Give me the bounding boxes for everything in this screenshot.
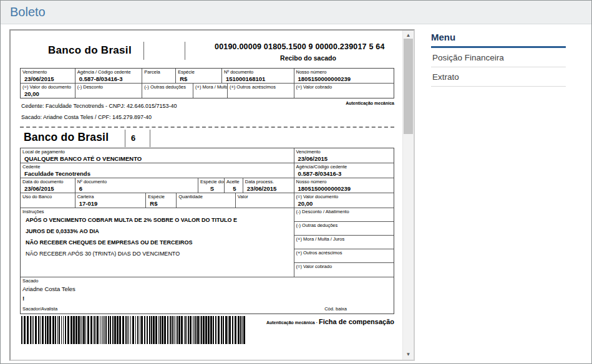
ficha-compensacao-label: Ficha de compensação (319, 318, 394, 325)
auth-label: Autenticação mecânica (266, 320, 315, 325)
menu-item-extrato[interactable]: Extrato (431, 67, 566, 87)
table-row: Uso do Banco Carteira 17-019 Espécie R$ … (21, 193, 394, 208)
sacado-line: Sacado: Ariadne Costa Teles / CPF: 145.2… (21, 114, 394, 120)
bank-code: 6 (131, 133, 135, 143)
sacado-extra: ! (22, 295, 394, 302)
field-aceite: Aceite 5 (225, 178, 243, 193)
field-valor-cobrado: (=) Valor cobrado (294, 263, 394, 277)
scrollbar-thumb[interactable] (404, 39, 413, 134)
field-especie: Espécie R$ (146, 193, 177, 208)
field-outros-acrescimos: (+) Outros acréscimos (228, 84, 294, 98)
table-row: Data do documento 23/06/2015 Nº document… (21, 178, 394, 193)
ficha-header: Banco do Brasil 6 (20, 128, 394, 148)
field-nosso-numero: Nosso número 1805150000000239 (294, 178, 394, 193)
divider (125, 130, 125, 147)
field-numero-documento: Nº documento 6 (75, 178, 198, 193)
instruction-line: JUROS DE 0,0333% AO DIA (26, 228, 294, 234)
scroll-down-button[interactable]: ▼ (403, 350, 414, 360)
field-cedente: Cedente Faculdade Tecnotrends (21, 163, 294, 178)
arrow-down-icon: ▼ (406, 352, 411, 357)
app-window: Boleto Banco do Brasil 00190.00009 01805… (0, 0, 592, 364)
table-row: Instruções APÓS O VENCIMENTO COBRAR MULT… (21, 208, 394, 277)
field-valor-documento: (=) Valor do documento 20,00 (21, 84, 75, 98)
field-especie-doc: Espécie doc. S (198, 178, 225, 193)
receipt-parties: Cedente: Faculdade Tecnotrends - CNPJ: 4… (20, 98, 394, 126)
field-vencimento: Vencimento 23/06/2015 (294, 148, 394, 163)
field-especie: Espécie R$ (176, 69, 222, 83)
field-sacado: Sacado Ariadne Costa Teles ! Sacador/Ava… (21, 277, 394, 314)
arrow-up-icon: ▲ (406, 32, 411, 38)
bank-name: Banco do Brasil (24, 131, 109, 144)
divider (185, 42, 185, 60)
field-vencimento: Vencimento 23/06/2015 (21, 69, 75, 83)
ficha-table: Local de pagamento QUALQUER BANCO ATÉ O … (20, 148, 394, 314)
field-carteira: Carteira 17-019 (75, 193, 147, 208)
cod-baixa-label: Cód. baixa (324, 306, 347, 312)
table-row: Local de pagamento QUALQUER BANCO ATÉ O … (21, 148, 394, 163)
field-outras-deducoes: (-) Outras deduções (294, 222, 394, 236)
menu-item-posicao-financeira[interactable]: Posição Financeira (431, 48, 566, 67)
field-uso-banco: Uso do Banco (21, 193, 75, 208)
cedente-line: Cedente: Faculdade Tecnotrends - CNPJ: 4… (21, 103, 394, 109)
field-desconto-abatimento: (-) Desconto / Abatimento (294, 208, 394, 222)
table-row: Cedente Faculdade Tecnotrends Agência/Có… (21, 163, 394, 178)
field-valor: Valor (236, 193, 294, 208)
menu-title: Menu (431, 32, 566, 48)
field-outros-acrescimos: (+) Outros acréscimos (294, 249, 394, 263)
ficha-footer-labels: Autenticação mecânica · Ficha de compens… (266, 318, 394, 325)
bank-name: Banco do Brasil (48, 44, 132, 57)
field-valor-cobrado: (=) Valor cobrado (294, 84, 394, 98)
field-outras-deducoes: (-) Outras deduções (142, 84, 193, 98)
field-mora-multa-juros: (+) Mora / Multa / Juros (193, 84, 228, 98)
table-row: Vencimento 23/06/2015 Agência / Código c… (21, 69, 394, 84)
divider (150, 130, 150, 147)
field-instrucoes: Instruções APÓS O VENCIMENTO COBRAR MULT… (21, 208, 294, 277)
instruction-line: NÃO RECEBER CHEQUES DE EMPRESAS OU DE TE… (26, 239, 294, 246)
field-quantidade: Quantidade (177, 193, 236, 208)
table-row: (=) Valor do documento 20,00 (-) Descont… (21, 84, 394, 98)
field-valor-documento: (=) Valor documento 20,00 (294, 193, 394, 208)
receipt-header: Banco do Brasil 00190.00009 01805.1500 9… (20, 39, 394, 68)
barcode (21, 316, 247, 344)
field-parcela: Parcela (142, 69, 176, 83)
field-data-process: Data process. 23/06/2015 (243, 178, 294, 193)
boleto-preview-panel: Banco do Brasil 00190.00009 01805.1500 9… (9, 29, 415, 361)
boleto-document: Banco do Brasil 00190.00009 01805.1500 9… (20, 39, 394, 348)
page-title: Boleto (1, 1, 46, 19)
sidebar-menu: Menu Posição Financeira Extrato (431, 32, 566, 87)
field-desconto: (-) Desconto (75, 84, 143, 98)
instruction-line: APÓS O VENCIMENTO COBRAR MULTA DE 2% SOB… (26, 217, 294, 223)
vertical-scrollbar[interactable]: ▲ ▼ (402, 31, 414, 360)
boleto-scroll-area[interactable]: Banco do Brasil 00190.00009 01805.1500 9… (11, 31, 403, 360)
page-header: Boleto (1, 1, 591, 24)
field-numero-documento: Nº documento 151000168101 (222, 69, 294, 83)
sacado-footer: Sacador/Avalista Cód. baixa (22, 306, 390, 312)
divider (143, 42, 144, 60)
ficha-footer: Autenticação mecânica · Ficha de compens… (20, 316, 394, 348)
instruction-line: NÃO RECEBER APÓS 30 (TRINTA) DIAS DO VEN… (26, 251, 294, 257)
sacado-name: Ariadne Costa Teles (22, 285, 394, 292)
field-mora-multa-juros: (+) Mora / Multa / Juros (294, 236, 394, 249)
auth-label: Autenticação mecânica (346, 101, 394, 105)
field-local-pagamento: Local de pagamento QUALQUER BANCO ATÉ O … (21, 148, 294, 163)
digitable-line: 00190.00009 01805.1500 9 00000.239017 5 … (215, 42, 385, 51)
field-nosso-numero: Nosso número 1805150000000239 (294, 69, 394, 83)
sacador-avalista-label: Sacador/Avalista (22, 306, 57, 312)
field-agencia-codigo-cedente: Agência/Código cedente 0.587-8/03416-3 (294, 163, 394, 178)
field-data-documento: Data do documento 23/06/2015 (21, 178, 75, 193)
field-agencia-codigo-cedente: Agência / Código cedente 0.587-8/03416-3 (75, 69, 143, 83)
ficha-side-fields: (-) Desconto / Abatimento (-) Outras ded… (294, 208, 394, 277)
receipt-table: Vencimento 23/06/2015 Agência / Código c… (20, 68, 394, 98)
receipt-title: Recibo do sacado (215, 54, 402, 62)
separator: · (316, 320, 318, 325)
instruction-lines: APÓS O VENCIMENTO COBRAR MULTA DE 2% SOB… (22, 214, 294, 257)
